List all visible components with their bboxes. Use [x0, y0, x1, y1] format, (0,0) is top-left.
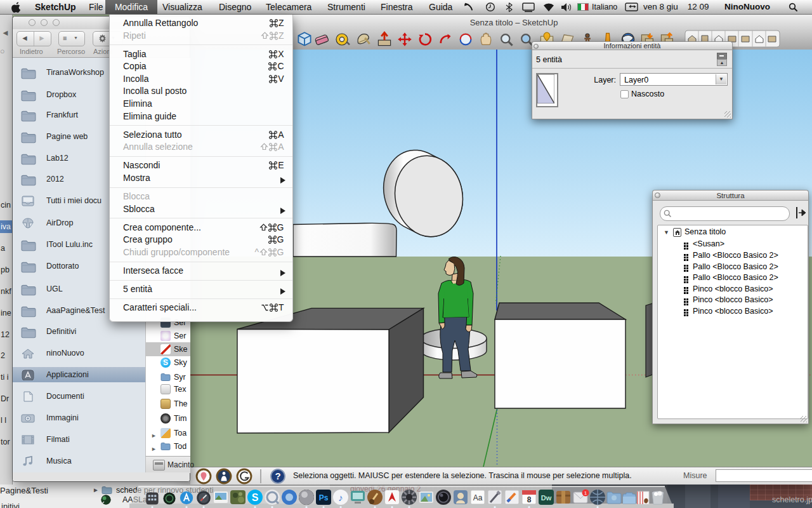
- svg-text:♪: ♪: [338, 492, 343, 503]
- svg-text:Ps: Ps: [319, 493, 329, 502]
- svg-text:1: 1: [584, 490, 587, 496]
- svg-text:Aa: Aa: [473, 493, 483, 502]
- svg-text:8: 8: [527, 495, 532, 504]
- svg-text:?: ?: [275, 471, 280, 481]
- svg-text:S: S: [252, 492, 259, 503]
- svg-text:Dw: Dw: [541, 494, 552, 502]
